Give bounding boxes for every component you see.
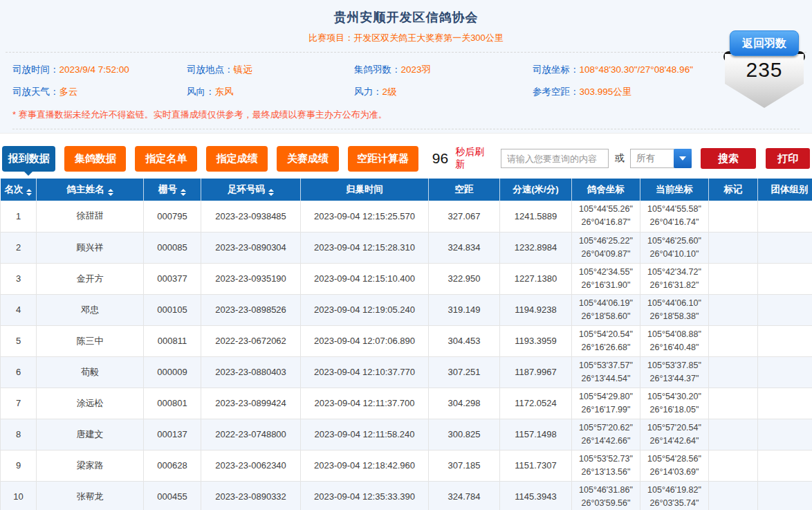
table-row: 10张帮龙0004552023-23-08903322023-09-04 12:… — [1, 481, 812, 510]
coord-line: 105°57'20.54" — [640, 421, 708, 435]
print-button[interactable]: 打印 — [766, 148, 810, 169]
coord-line: 105°42'34.55" — [572, 266, 640, 279]
column-header-team-group[interactable]: 团体组别 — [758, 179, 812, 201]
sort-icon — [26, 189, 32, 196]
tab-designated-list[interactable]: 指定名单 — [135, 146, 196, 172]
info-label: 司放时间： — [12, 64, 59, 75]
coord-line: 26°14'42.66" — [572, 435, 640, 448]
coord-line: 105°54'30.20" — [640, 390, 708, 403]
cell-rank: 1 — [1, 201, 37, 232]
cell-arrival-time: 2023-09-04 12:07:06.890 — [301, 325, 429, 356]
tab-report-data[interactable]: 报到数据 — [2, 146, 55, 172]
cell-rank: 8 — [1, 419, 37, 450]
column-label: 足环号码 — [228, 184, 265, 194]
page-title: 贵州安顺开发区信鸽协会 — [0, 0, 812, 26]
cell-mark — [709, 201, 758, 232]
cell-arrival-time: 2023-09-04 12:15:25.570 — [301, 201, 429, 232]
info-label: 风力： — [354, 86, 382, 97]
refresh-label: 秒后刷新 — [455, 146, 492, 171]
cell-current-coords: 105°46'25.60"26°04'10.10" — [640, 232, 709, 263]
info-wind-direction: 风向：东风 — [187, 86, 354, 98]
search-button[interactable]: 搜索 — [701, 148, 757, 169]
cell-team-group — [758, 232, 812, 263]
table-row: 4邓忠0001052023-23-08985262023-09-04 12:19… — [1, 294, 812, 325]
cell-ring-number: 2022-23-0748800 — [201, 419, 301, 450]
coord-line: 26°13'44.37" — [640, 372, 708, 385]
page-header: 贵州安顺开发区信鸽协会 比赛项目：开发区双关鸽王大奖赛第一关300公里 司放时间… — [0, 0, 812, 134]
cell-ring-number: 2023-23-0890332 — [201, 481, 301, 510]
sort-icon — [181, 189, 186, 196]
column-header-rank[interactable]: 名次 — [1, 179, 37, 201]
coord-line: 26°04'09.87" — [572, 248, 640, 261]
cell-current-coords: 105°57'20.54"26°14'42.64" — [640, 419, 709, 450]
cell-rank: 9 — [1, 450, 37, 481]
cell-distance: 319.149 — [429, 294, 500, 325]
cell-ring-number: 2023-23-0938485 — [201, 201, 301, 232]
coord-line: 105°46'31.86" — [572, 484, 640, 497]
cell-rank: 6 — [1, 356, 37, 388]
cell-mark — [709, 294, 758, 325]
column-header-loft-number[interactable]: 棚号 — [144, 179, 201, 201]
column-header-mark: 标记 — [709, 179, 758, 201]
table-row: 7涂远松0008012023-23-08994242023-09-04 12:1… — [1, 388, 812, 419]
coord-line: 105°57'20.62" — [572, 421, 640, 435]
filter-select[interactable]: 所有 — [630, 149, 692, 168]
column-header-owner-name[interactable]: 鸽主姓名 — [37, 179, 144, 201]
cell-loft-number: 000377 — [144, 263, 201, 294]
cell-ring-number: 2022-23-0672062 — [201, 325, 301, 356]
tab-distance-calculator[interactable]: 空距计算器 — [348, 146, 418, 172]
table-row: 5陈三中0008112022-23-06720622023-09-04 12:0… — [1, 325, 812, 356]
cell-arrival-time: 2023-09-04 12:18:42.960 — [301, 450, 429, 481]
info-release-place: 司放地点：镇远 — [187, 64, 354, 76]
return-count-value: 235 — [746, 58, 782, 82]
coord-line: 26°16'31.90" — [572, 279, 640, 292]
cell-team-group — [758, 481, 812, 510]
cell-distance: 322.950 — [429, 263, 500, 294]
cell-mark — [709, 325, 758, 356]
cell-rank: 7 — [1, 388, 37, 419]
cell-speed: 1227.1380 — [500, 263, 572, 294]
coord-line: 26°14'03.69" — [640, 466, 708, 479]
table-row: 8唐建文0001372022-23-07488002023-09-04 12:1… — [1, 419, 812, 450]
coord-line: 26°13'13.56" — [572, 466, 640, 479]
cell-ring-number: 2023-23-0899424 — [201, 388, 301, 419]
cell-current-coords: 105°54'08.88"26°16'40.48" — [640, 325, 709, 356]
cell-arrival-time: 2023-09-04 12:19:05.240 — [301, 294, 429, 325]
tab-race-results[interactable]: 关赛成绩 — [277, 146, 338, 172]
results-table: 名次鸽主姓名棚号足环号码归巢时间空距分速(米/分)鸽舍坐标当前坐标标记团体组别 … — [0, 179, 812, 510]
search-input[interactable] — [501, 149, 609, 168]
info-weather: 司放天气：多云 — [12, 86, 187, 98]
column-label: 名次 — [4, 184, 23, 194]
table-row: 9梁家路0006282023-23-00623402023-09-04 12:1… — [1, 450, 812, 481]
info-wind-force: 风力：2级 — [354, 86, 533, 98]
cell-loft-number: 000137 — [144, 419, 201, 450]
cell-distance: 304.453 — [429, 325, 500, 356]
cell-current-coords: 105°53'37.85"26°13'44.37" — [640, 356, 709, 388]
tab-collection-data[interactable]: 集鸽数据 — [64, 146, 126, 172]
column-header-ring-number[interactable]: 足环号码 — [201, 179, 301, 201]
info-label: 司放地点： — [187, 64, 234, 75]
cell-team-group — [758, 356, 812, 388]
cell-speed: 1172.0524 — [500, 388, 572, 419]
cell-loft-coords: 105°44'55.26"26°04'16.87" — [572, 201, 640, 232]
tab-designated-results[interactable]: 指定成绩 — [206, 146, 268, 172]
sort-icon — [108, 189, 113, 196]
info-value: 2级 — [382, 86, 397, 97]
coord-line: 26°03'59.56" — [572, 497, 640, 510]
column-label: 鸽舍坐标 — [587, 184, 625, 194]
cell-owner-name: 梁家路 — [37, 450, 144, 481]
info-label: 司放天气： — [12, 86, 59, 97]
chevron-down-icon[interactable] — [674, 149, 692, 168]
coord-line: 105°53'52.73" — [572, 453, 640, 466]
disclaimer-text: * 赛事直播数据未经允许不得盗链。实时直播成绩仅供参考，最终成绩以赛事主办方公布… — [12, 109, 812, 121]
cell-team-group — [758, 263, 812, 294]
cell-distance: 324.784 — [429, 481, 500, 510]
return-count-badge: 235 返回羽数 — [723, 30, 805, 109]
info-release-time: 司放时间：2023/9/4 7:52:00 — [12, 64, 187, 76]
coord-line: 105°54'28.56" — [640, 453, 708, 466]
coord-line: 105°53'37.57" — [572, 359, 640, 372]
cell-distance: 307.185 — [429, 450, 500, 481]
coord-line: 105°44'06.10" — [640, 297, 708, 310]
cell-rank: 2 — [1, 232, 37, 263]
cell-current-coords: 105°44'55.58"26°04'16.74" — [640, 201, 709, 232]
